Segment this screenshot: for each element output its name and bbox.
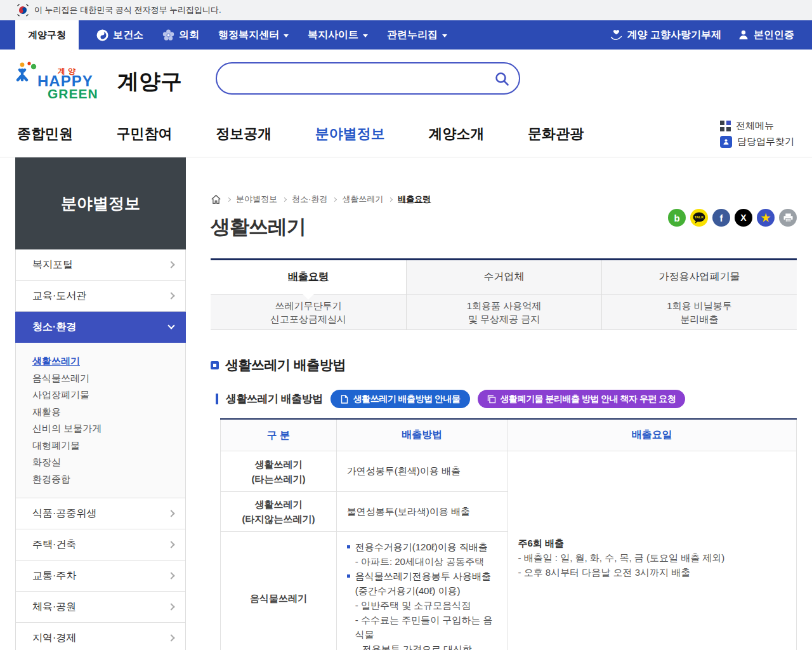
waste-discharge-table: 구 분 배출방법 배출요일 생활쓰레기 (타는쓰레기) 가연성봉투(흰색)이용 … bbox=[220, 418, 797, 650]
chevron-right-icon bbox=[167, 634, 174, 641]
link-assembly[interactable]: 의회 bbox=[162, 29, 199, 42]
caret-down-icon bbox=[442, 34, 447, 37]
tab-discharge-guide[interactable]: 배출요령 bbox=[211, 260, 406, 294]
utility-bar: 계양구청 보건소 bbox=[0, 20, 812, 50]
copy-icon bbox=[487, 395, 496, 404]
guide-leaflet-button[interactable]: 생활쓰레기 배출방법 안내물 bbox=[331, 390, 470, 408]
chevron-right-icon bbox=[167, 541, 174, 548]
health-center-emblem-icon bbox=[96, 29, 108, 41]
find-duty-button[interactable]: 담당업무찾기 bbox=[720, 136, 794, 148]
section-heading: 생활쓰레기 배출방법 bbox=[225, 356, 346, 374]
nav-item-culture-tourism[interactable]: 문화관광 bbox=[528, 124, 584, 143]
sidebar: 분야별정보 복지포털 교육·도서관 청소·환경 생활쓰레기 음식물쓰레기 사업장… bbox=[15, 157, 186, 650]
sidebar-title: 분야별정보 bbox=[15, 157, 186, 249]
sub-tab-table: 배출요령 수거업체 가정용사업폐기물 쓰레기무단투기 신고포상금제실시 1회용품… bbox=[211, 258, 797, 330]
header-category: 구 분 bbox=[221, 419, 337, 451]
chevron-right-icon bbox=[167, 510, 174, 517]
grid-menu-icon bbox=[720, 121, 731, 131]
subheading-bar-icon bbox=[216, 394, 218, 404]
all-menu-button[interactable]: 전체메뉴 bbox=[720, 120, 774, 132]
person-icon bbox=[738, 29, 749, 41]
submenu-item-food-waste[interactable]: 음식물쓰레기 bbox=[32, 370, 185, 387]
printer-icon bbox=[783, 213, 793, 222]
assembly-emblem-icon bbox=[162, 29, 174, 41]
share-kakao-button[interactable]: TALK bbox=[690, 209, 708, 227]
share-band-button[interactable]: b bbox=[668, 209, 686, 227]
submenu-item-workplace-waste[interactable]: 사업장폐기물 bbox=[32, 387, 185, 404]
table-header-row: 구 분 배출방법 배출요일 bbox=[221, 419, 797, 451]
sidebar-item-local-economy[interactable]: 지역·경제 bbox=[15, 623, 186, 650]
heart-hand-icon bbox=[610, 29, 623, 41]
gov-banner: 이 누리집은 대한민국 공식 전자정부 누리집입니다. bbox=[0, 0, 812, 20]
korea-flag-icon bbox=[16, 4, 29, 17]
sidebar-item-food-hygiene[interactable]: 식품·공중위생 bbox=[15, 498, 186, 529]
chevron-right-icon bbox=[167, 603, 174, 610]
print-button[interactable] bbox=[779, 209, 797, 227]
schedule-merged-cell: 주6회 배출 - 배출일 : 일, 월, 화, 수, 목, 금 (토요일 배출 … bbox=[508, 451, 796, 650]
tab-sub-vinyl-separation[interactable]: 1회용 비닐봉투 분리배출 bbox=[601, 294, 797, 329]
sidebar-item-housing-construction[interactable]: 주택·건축 bbox=[15, 529, 186, 560]
breadcrumb-field-info[interactable]: 분야별정보 bbox=[236, 194, 277, 205]
share-buttons: b TALK f X ★ bbox=[668, 209, 797, 227]
nav-item-civil-service[interactable]: 종합민원 bbox=[17, 124, 73, 143]
search-box bbox=[216, 62, 520, 95]
chevron-down-icon bbox=[167, 322, 174, 329]
bookmark-star-button[interactable]: ★ bbox=[757, 209, 775, 227]
dropdown-welfare-sites[interactable]: 복지사이트 bbox=[308, 29, 368, 42]
nav-item-field-info[interactable]: 분야별정보 bbox=[315, 124, 385, 143]
header-method: 배출방법 bbox=[336, 419, 508, 451]
sidebar-item-welfare-portal[interactable]: 복지포털 bbox=[15, 249, 186, 281]
caret-down-icon bbox=[363, 34, 368, 37]
sidebar-item-cleaning-environment[interactable]: 청소·환경 bbox=[15, 312, 186, 343]
submenu-item-household-waste[interactable]: 생활쓰레기 bbox=[32, 353, 185, 370]
home-tab-gyeyang[interactable]: 계양구청 bbox=[15, 20, 79, 50]
site-logo[interactable]: 계양 HAPPY GREEN 계양구 bbox=[16, 61, 182, 100]
nav-item-participation[interactable]: 구민참여 bbox=[117, 124, 173, 143]
nav-item-about-gyeyang[interactable]: 계양소개 bbox=[428, 124, 484, 143]
search-button[interactable] bbox=[485, 63, 519, 93]
document-icon bbox=[340, 395, 349, 404]
link-identity-verification[interactable]: 본인인증 bbox=[738, 29, 794, 42]
sidebar-item-education-library[interactable]: 교육·도서관 bbox=[15, 281, 186, 312]
sidebar-item-traffic-parking[interactable]: 교통·주차 bbox=[15, 560, 186, 592]
submenu-item-environment-general[interactable]: 환경종합 bbox=[32, 471, 185, 488]
chevron-right-icon bbox=[167, 292, 174, 299]
search-input[interactable] bbox=[217, 63, 485, 93]
sidebar-item-sports-parks[interactable]: 체육·공원 bbox=[15, 592, 186, 623]
dropdown-admin-welfare-center[interactable]: 행정복지센터 bbox=[218, 29, 289, 42]
link-hometown-donation[interactable]: 계양 고향사랑기부제 bbox=[610, 29, 721, 42]
table-row-burnable: 생활쓰레기 (타는쓰레기) 가연성봉투(흰색)이용 배출 주6회 배출 - 배출… bbox=[221, 451, 797, 492]
header-schedule: 배출요일 bbox=[508, 419, 796, 451]
caret-down-icon bbox=[284, 34, 289, 37]
tab-collection-company[interactable]: 수거업체 bbox=[406, 260, 601, 294]
link-health-center[interactable]: 보건소 bbox=[96, 29, 143, 42]
submenu-item-large-waste[interactable]: 대형폐기물 bbox=[32, 437, 185, 454]
site-name: 계양구 bbox=[117, 67, 182, 100]
submenu-item-recycling[interactable]: 재활용 bbox=[32, 404, 185, 421]
booklet-mail-request-button[interactable]: 생활폐기물 분리배출 방법 안내 책자 우편 요청 bbox=[478, 390, 686, 408]
section-square-icon bbox=[211, 361, 219, 369]
submenu-item-treasure-shop[interactable]: 신비의 보물가게 bbox=[32, 420, 185, 437]
breadcrumb-discharge-guide[interactable]: 배출요령 bbox=[398, 194, 431, 205]
nav-item-info-disclosure[interactable]: 정보공개 bbox=[216, 124, 272, 143]
happy-green-logo: 계양 HAPPY GREEN bbox=[16, 61, 111, 100]
svg-text:TALK: TALK bbox=[695, 215, 704, 219]
sidebar-submenu: 생활쓰레기 음식물쓰레기 사업장폐기물 재활용 신비의 보물가게 대형폐기물 화… bbox=[15, 343, 186, 498]
home-icon[interactable] bbox=[211, 194, 221, 204]
gov-banner-text: 이 누리집은 대한민국 공식 전자정부 누리집입니다. bbox=[34, 4, 221, 16]
tab-sub-disposable-restriction[interactable]: 1회용품 사용억제 및 무상제공 금지 bbox=[406, 294, 601, 329]
kakao-talk-icon: TALK bbox=[692, 211, 706, 224]
dropdown-related-sites[interactable]: 관련누리집 bbox=[387, 29, 447, 42]
breadcrumb: 분야별정보 청소·환경 생활쓰레기 배출요령 bbox=[211, 194, 797, 205]
chevron-right-icon bbox=[167, 572, 174, 579]
share-x-button[interactable]: X bbox=[735, 209, 752, 227]
logo-figure-icon bbox=[16, 61, 39, 99]
breadcrumb-cleaning-environment[interactable]: 청소·환경 bbox=[292, 194, 327, 205]
subheading: 생활쓰레기 배출방법 bbox=[226, 392, 323, 406]
submenu-item-restroom[interactable]: 화장실 bbox=[32, 454, 185, 471]
breadcrumb-household-waste[interactable]: 생활쓰레기 bbox=[342, 194, 383, 205]
share-facebook-button[interactable]: f bbox=[712, 209, 730, 227]
chevron-right-icon bbox=[167, 261, 174, 268]
duty-person-icon bbox=[720, 136, 732, 148]
tab-home-business-waste[interactable]: 가정용사업폐기물 bbox=[601, 260, 797, 294]
